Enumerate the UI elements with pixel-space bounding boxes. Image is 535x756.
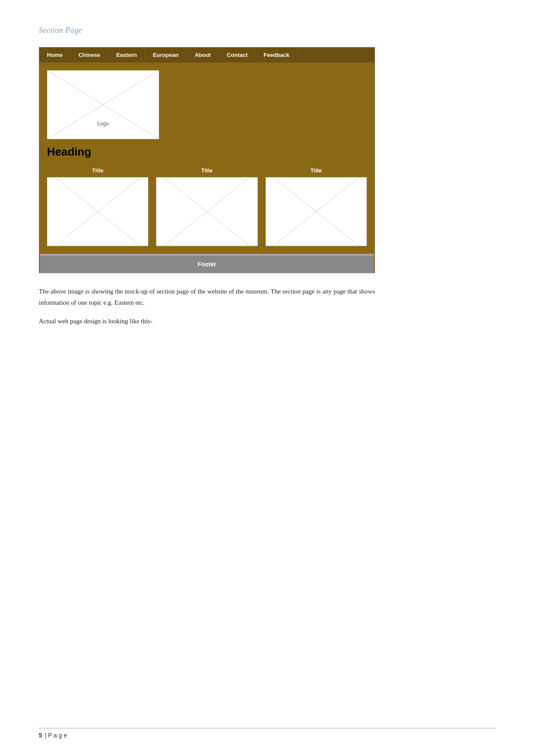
- column-3: Title: [266, 167, 367, 246]
- nav-item-feedback[interactable]: Feedback: [256, 47, 297, 62]
- section-page-title: Section Page: [39, 26, 496, 35]
- col-1-title: Title: [92, 167, 103, 174]
- col-3-title: Title: [310, 167, 322, 174]
- nav-item-european[interactable]: European: [145, 47, 187, 62]
- col-2-image: [156, 177, 257, 246]
- nav-item-eastern[interactable]: Eastern: [109, 47, 145, 62]
- logo-area: Logo: [39, 62, 375, 139]
- nav-item-contact[interactable]: Contact: [219, 47, 256, 62]
- page-number: 5: [39, 732, 42, 739]
- body-text-2: Actual web page design is looking like t…: [39, 316, 375, 327]
- column-1: Title: [47, 167, 148, 246]
- col-3-image: [266, 177, 367, 246]
- body-text-1: The above image is showing the mock-up o…: [39, 286, 375, 308]
- logo-label: Logo: [97, 121, 109, 127]
- footer-bar: Footer: [40, 255, 374, 273]
- page-word: | P a g e: [45, 732, 67, 739]
- heading-text: Heading: [47, 145, 91, 158]
- heading-area: Heading: [39, 139, 375, 163]
- nav-item-chinese[interactable]: Chinese: [71, 47, 109, 62]
- page-footer: 5 | P a g e: [39, 728, 496, 739]
- column-2: Title: [156, 167, 257, 246]
- nav-item-about[interactable]: About: [187, 47, 219, 62]
- nav-bar: Home Chinese Eastern European About Cont…: [39, 47, 375, 62]
- col-2-title: Title: [201, 167, 213, 174]
- mockup-container: Home Chinese Eastern European About Cont…: [39, 47, 375, 273]
- logo-placeholder: Logo: [47, 70, 159, 139]
- col-1-image: [47, 177, 148, 246]
- three-columns: Title Title Title: [39, 163, 375, 254]
- nav-item-home[interactable]: Home: [39, 47, 71, 62]
